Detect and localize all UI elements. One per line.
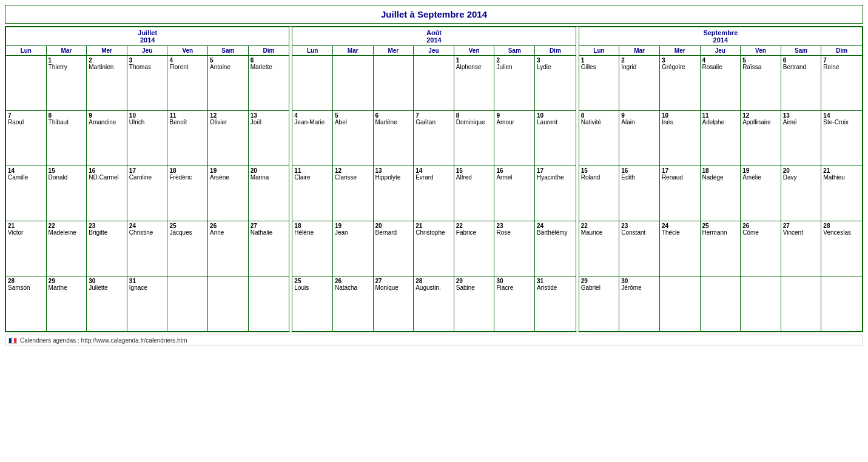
day-cell-0-4-1: 29Marthe (47, 276, 87, 331)
day-num-2-3-2: 24 (662, 223, 668, 229)
day-cell-1-2-1: 12Clarisse (333, 166, 374, 221)
day-cell-0-4-0: 28Samson (6, 276, 47, 331)
day-num-2-1-3: 11 (702, 112, 709, 119)
day-num-1-3-4: 22 (456, 223, 463, 229)
month-block-1: Août2014LunMarMerJeuVenSamDim1Alphonse2J… (292, 27, 576, 332)
day-cell-1-3-5: 23Rose (494, 221, 535, 276)
day-cell-1-3-2: 20Bernard (374, 221, 414, 276)
day-num-2-2-6: 21 (823, 167, 830, 174)
day-cell-1-1-0: 4Jean-Marie (292, 111, 333, 166)
day-cell-2-3-4: 26Côme (741, 221, 781, 276)
day-num-1-1-4: 8 (456, 112, 460, 119)
day-saint-2-2-0: Roland (581, 174, 617, 181)
week-row-2-3: 22Maurice23Constant24Thècle25Hermann26Cô… (579, 221, 862, 276)
day-cell-2-0-0: 1Gilles (579, 56, 620, 110)
day-header-0-4: Ven (167, 46, 208, 56)
day-saint-1-0-5: Julien (496, 64, 533, 70)
day-header-2-4: Ven (741, 46, 781, 56)
day-cell-2-3-2: 24Thècle (660, 221, 701, 276)
day-saint-0-2-4: Frédéric (169, 174, 206, 181)
day-num-2-3-5: 27 (783, 223, 790, 229)
empty-cell-0-4-4 (167, 276, 208, 331)
day-saint-2-2-6: Mathieu (823, 174, 860, 181)
day-num-1-4-5: 30 (496, 278, 503, 284)
day-header-0-2: Mer (87, 46, 127, 56)
day-header-1-3: Jeu (414, 46, 454, 56)
day-saint-2-3-1: Constant (621, 229, 658, 236)
day-cell-0-2-0: 14Camille (6, 166, 47, 221)
day-cell-0-0-3: 3Thomas (127, 56, 168, 110)
empty-cell-2-4-3 (701, 276, 741, 331)
day-num-2-4-1: 30 (621, 278, 628, 284)
day-num-0-2-0: 14 (8, 167, 15, 174)
day-num-1-3-2: 20 (375, 223, 382, 229)
day-saint-1-1-2: Marlène (375, 119, 412, 126)
day-saint-2-3-4: Côme (742, 229, 779, 236)
day-cell-2-2-6: 21Mathieu (821, 166, 862, 221)
empty-cell-0-0-0 (6, 56, 47, 110)
day-saint-1-3-2: Bernard (375, 229, 412, 236)
day-saint-1-2-4: Alfred (456, 174, 493, 181)
calendar-wrapper: Juillet2014LunMarMerJeuVenSamDim1Thierry… (5, 26, 863, 332)
day-num-0-0-6: 6 (251, 57, 254, 64)
day-cell-2-0-4: 5Raïssa (741, 56, 781, 110)
day-num-1-2-5: 16 (496, 167, 503, 174)
day-cell-1-4-1: 26Natacha (333, 276, 374, 331)
month-header-2: Septembre2014 (579, 27, 862, 46)
day-cell-2-1-4: 12Apollinaire (741, 111, 781, 166)
day-cell-2-2-0: 15Roland (579, 166, 620, 221)
day-cell-0-0-4: 4Florent (167, 56, 208, 110)
empty-cell-1-0-0 (292, 56, 333, 110)
day-num-0-1-3: 10 (129, 112, 136, 119)
day-cell-0-1-3: 10Ulrich (127, 111, 168, 166)
day-num-1-1-0: 4 (294, 112, 298, 119)
day-saint-1-1-6: Laurent (537, 119, 574, 126)
day-cell-2-2-1: 16Edith (619, 166, 660, 221)
day-cell-2-2-4: 19Amélie (741, 166, 781, 221)
day-cell-0-2-2: 16ND.Carmel (87, 166, 127, 221)
day-saint-2-0-6: Reine (823, 64, 860, 70)
day-header-1-6: Dim (535, 46, 576, 56)
day-saint-1-4-6: Aristide (537, 284, 574, 291)
day-cell-2-4-0: 29Gabriel (579, 276, 620, 331)
day-saint-1-1-5: Amour (496, 119, 533, 126)
day-cell-1-1-5: 9Amour (494, 111, 535, 166)
day-cell-0-3-6: 27Nathalie (249, 221, 289, 276)
day-num-0-1-5: 12 (210, 112, 217, 119)
day-saint-0-3-1: Madeleine (49, 229, 85, 236)
day-cell-0-1-6: 13Joël (249, 111, 289, 166)
day-cell-1-2-6: 17Hyacinthe (535, 166, 576, 221)
day-cell-0-2-3: 17Caroline (127, 166, 168, 221)
day-saint-1-4-2: Monique (375, 284, 412, 291)
day-cell-0-3-2: 23Brigitte (87, 221, 127, 276)
day-num-1-2-6: 17 (537, 167, 543, 174)
day-num-2-2-4: 19 (742, 167, 749, 174)
day-saint-2-0-0: Gilles (581, 64, 617, 70)
day-num-1-3-5: 23 (496, 223, 503, 229)
day-saint-0-0-5: Antoine (210, 64, 246, 70)
day-saint-2-0-2: Grégoire (662, 64, 698, 70)
day-saint-2-3-0: Maurice (581, 229, 617, 236)
empty-cell-2-4-2 (660, 276, 701, 331)
day-saint-1-2-2: Hippolyte (375, 174, 412, 181)
day-saint-2-3-6: Venceslas (823, 229, 860, 236)
day-header-2-0: Lun (579, 46, 620, 56)
day-saint-0-0-3: Thomas (129, 64, 166, 70)
day-saint-2-1-0: Nativité (581, 119, 617, 126)
day-num-0-0-1: 1 (49, 57, 52, 64)
day-cell-0-2-4: 18Frédéric (167, 166, 208, 221)
day-num-1-4-4: 29 (456, 278, 463, 284)
day-saint-0-2-1: Donald (49, 174, 85, 181)
day-num-2-4-0: 29 (581, 278, 588, 284)
day-num-2-2-1: 16 (621, 167, 628, 174)
day-saint-0-2-0: Camille (8, 174, 44, 181)
day-num-0-2-4: 18 (169, 167, 176, 174)
day-num-2-3-4: 26 (742, 223, 749, 229)
footer: Calendriers agendas : http://www.calagen… (5, 335, 863, 346)
day-num-2-1-1: 9 (621, 112, 625, 119)
day-num-0-2-1: 15 (49, 167, 55, 174)
day-saint-0-1-2: Amandine (89, 119, 125, 126)
month-block-0: Juillet2014LunMarMerJeuVenSamDim1Thierry… (5, 27, 289, 332)
day-saint-0-2-3: Caroline (129, 174, 166, 181)
day-num-0-3-0: 21 (8, 223, 15, 229)
